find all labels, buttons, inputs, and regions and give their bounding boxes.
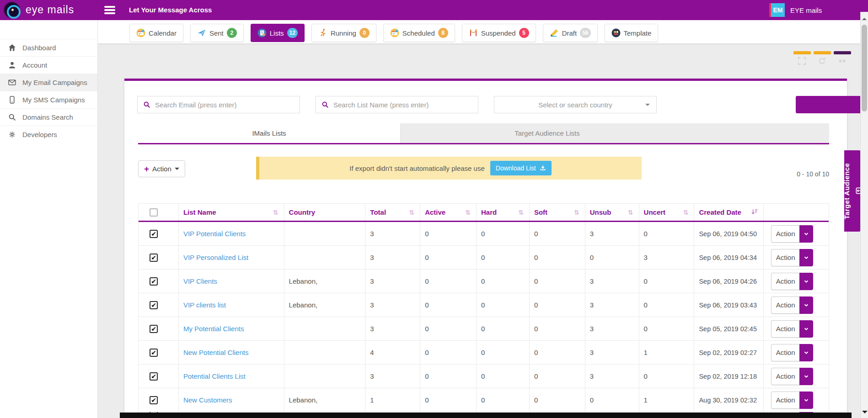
list-name-link[interactable]: My Potential Clients xyxy=(183,325,244,333)
tab-sent[interactable]: Sent 2 xyxy=(190,24,244,42)
search-email-field xyxy=(137,96,300,113)
tab-scheduled[interactable]: Scheduled 8 xyxy=(383,24,455,42)
created-date-cell: Sep 06, 2019 03:43 xyxy=(694,293,764,317)
gears-icon xyxy=(8,131,16,138)
tab-template[interactable]: Template xyxy=(605,24,659,42)
table-row: ✔ VIP Personalized List 3 0 0 0 0 3 Sep … xyxy=(139,246,829,270)
row-action-button[interactable]: Action xyxy=(771,344,813,361)
sort-icon[interactable]: ⇅ xyxy=(628,209,633,216)
search-email-input[interactable] xyxy=(155,97,300,112)
sort-desc-icon[interactable] xyxy=(751,208,758,217)
user-menu[interactable]: EM EYE mails xyxy=(769,3,822,17)
sidebar-item-account[interactable]: Account xyxy=(0,56,97,74)
chevron-down-icon xyxy=(799,344,813,361)
uncert-cell: 1 xyxy=(639,388,695,412)
header-list-name[interactable]: List Name⇅ xyxy=(179,204,284,221)
table-row: ✔ My Potential Clients 3 0 0 0 3 0 Sep 0… xyxy=(139,317,829,341)
search-button[interactable]: Search xyxy=(796,96,868,113)
sidebar-item-developers[interactable]: Developers xyxy=(0,126,97,143)
tab-target-audience-lists[interactable]: Target Audience Lists xyxy=(400,123,694,143)
sidebar-item-domains-search[interactable]: Domains Search xyxy=(0,108,97,126)
sort-icon[interactable]: ⇅ xyxy=(518,209,524,216)
list-name-link[interactable]: VIP Personalized List xyxy=(183,254,248,261)
sort-icon[interactable]: ⇅ xyxy=(683,209,689,216)
row-action-button[interactable]: Action xyxy=(771,273,813,290)
row-action-button[interactable]: Action xyxy=(771,320,813,338)
list-name-link[interactable]: VIP Clients xyxy=(183,277,217,285)
tab-draft[interactable]: Draft 56 xyxy=(543,24,598,42)
row-checkbox[interactable]: ✔ xyxy=(150,325,158,333)
sidebar-item-dashboard[interactable]: Dashboard xyxy=(0,39,97,56)
country-cell xyxy=(284,246,366,269)
scrollbar-thumb[interactable] xyxy=(862,25,867,111)
total-cell: 3 xyxy=(365,270,420,293)
row-action-button[interactable]: Action xyxy=(771,225,813,243)
sort-icon[interactable]: ⇅ xyxy=(409,209,414,216)
scroll-down-arrow-icon[interactable] xyxy=(862,411,868,416)
header-country[interactable]: Country xyxy=(284,204,366,221)
country-cell: Lebanon, xyxy=(284,388,366,412)
target-audience-side-tab-label: Target Audience xyxy=(843,163,851,219)
country-select[interactable]: Select or search country xyxy=(494,96,657,113)
target-audience-side-tab[interactable]: Target Audience xyxy=(844,150,862,232)
row-checkbox[interactable]: ✔ xyxy=(150,396,158,404)
header-active[interactable]: Active⇅ xyxy=(420,204,477,221)
row-checkbox[interactable]: ✔ xyxy=(150,230,158,238)
download-list-button[interactable]: Download List xyxy=(490,161,552,175)
sidebar-item-sms-campaigns[interactable]: My SMS Campaigns xyxy=(0,91,97,108)
row-action-button[interactable]: Action xyxy=(771,368,813,385)
row-checkbox[interactable]: ✔ xyxy=(150,254,158,262)
unsub-cell: 3 xyxy=(585,222,639,245)
chevron-down-icon xyxy=(799,320,813,338)
row-action-button[interactable]: Action xyxy=(771,296,813,314)
chevron-down-icon xyxy=(799,273,813,290)
tab-imails-lists[interactable]: IMails Lists xyxy=(138,123,400,143)
list-name-link[interactable]: New Potential Clients xyxy=(183,349,249,356)
table-row: ✔ VIP Potential Clients 3 0 0 0 3 0 Sep … xyxy=(139,222,829,246)
tab-running[interactable]: Running 0 xyxy=(311,24,376,42)
tab-label: Calendar xyxy=(149,29,177,37)
tab-calendar[interactable]: Calendar xyxy=(129,24,183,42)
scroll-up-arrow-icon[interactable] xyxy=(862,16,867,20)
list-name-link[interactable]: New Customers xyxy=(183,396,232,404)
top-bar: eye mails Let Your Message Across EM EYE… xyxy=(0,0,868,20)
row-checkbox[interactable]: ✔ xyxy=(150,277,158,286)
select-all-checkbox[interactable] xyxy=(150,208,158,217)
header-uncert[interactable]: Uncert⇅ xyxy=(639,204,695,221)
uncert-cell: 0 xyxy=(639,270,695,293)
total-cell: 3 xyxy=(365,293,420,317)
row-checkbox[interactable]: ✔ xyxy=(150,349,158,357)
table-row: ✔ VIP clients list Lebanon, 3 0 0 0 3 0 … xyxy=(139,293,829,317)
header-soft[interactable]: Soft⇅ xyxy=(530,204,585,221)
created-date-cell: Sep 05, 2019 02:45 xyxy=(694,317,764,340)
search-icon xyxy=(143,101,150,108)
table-row: ✔ New Customers Lebanon, 1 0 0 0 0 1 Aug… xyxy=(139,388,829,412)
sidebar-item-email-campaigns[interactable]: My Email Campaigns xyxy=(0,74,97,91)
expand-icon[interactable] xyxy=(798,57,806,65)
resize-horizontal-icon[interactable] xyxy=(838,57,846,65)
row-action-button[interactable]: Action xyxy=(771,392,813,409)
sort-icon[interactable]: ⇅ xyxy=(574,209,579,216)
header-created-date[interactable]: Created Date xyxy=(694,204,764,221)
list-name-link[interactable]: Potential Clients List xyxy=(183,372,246,380)
tool-indicator xyxy=(793,51,811,54)
header-hard[interactable]: Hard⇅ xyxy=(477,204,530,221)
menu-icon[interactable] xyxy=(104,6,115,14)
list-name-link[interactable]: VIP Potential Clients xyxy=(183,230,246,238)
country-cell xyxy=(284,341,366,364)
sort-icon[interactable]: ⇅ xyxy=(465,209,471,216)
tab-suspended[interactable]: Suspended 5 xyxy=(462,24,536,42)
sort-icon[interactable]: ⇅ xyxy=(273,209,279,216)
list-name-link[interactable]: VIP clients list xyxy=(183,301,226,309)
scrollbar[interactable] xyxy=(860,12,868,418)
bulk-action-button[interactable]: + Action xyxy=(138,160,185,177)
row-action-button[interactable]: Action xyxy=(771,249,813,266)
refresh-icon[interactable] xyxy=(818,57,826,65)
tab-lists[interactable]: Lists 12 xyxy=(251,24,305,42)
header-unsub[interactable]: Unsub⇅ xyxy=(585,204,639,221)
soft-cell: 0 xyxy=(530,270,585,293)
row-checkbox[interactable]: ✔ xyxy=(150,301,158,309)
row-checkbox[interactable]: ✔ xyxy=(150,372,158,381)
search-list-name-input[interactable] xyxy=(333,97,478,112)
header-total[interactable]: Total⇅ xyxy=(365,204,420,221)
